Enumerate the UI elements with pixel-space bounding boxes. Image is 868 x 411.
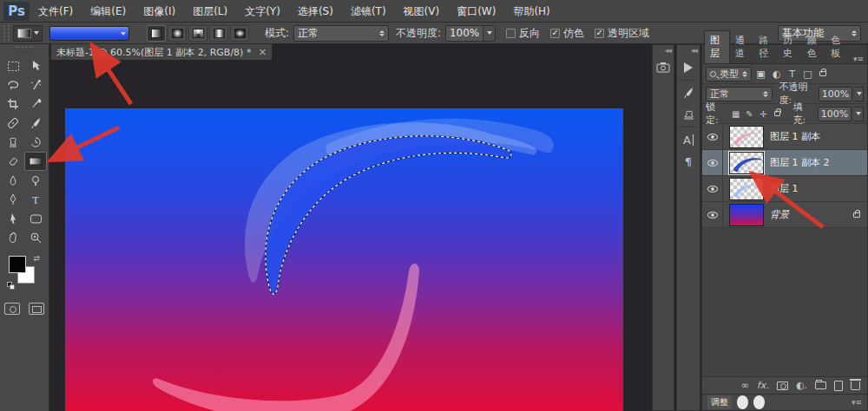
- tab-paths[interactable]: 路径: [753, 31, 778, 63]
- layer-style-icon[interactable]: fx.: [757, 381, 769, 390]
- transparency-checkbox[interactable]: ✓: [595, 29, 604, 38]
- new-layer-icon[interactable]: [834, 381, 843, 391]
- healing-brush-tool[interactable]: [2, 114, 24, 133]
- lock-position-icon[interactable]: ✛: [758, 109, 769, 119]
- add-mask-icon[interactable]: [777, 382, 788, 390]
- menu-help[interactable]: 帮助(H): [504, 0, 558, 23]
- delete-layer-icon[interactable]: [851, 382, 860, 390]
- hand-tool[interactable]: [2, 228, 24, 247]
- new-group-icon[interactable]: [815, 382, 826, 389]
- quick-mask-button[interactable]: [4, 303, 20, 315]
- layer-name[interactable]: 背景: [770, 208, 789, 221]
- tab-channels[interactable]: 通道: [730, 31, 754, 63]
- adjustment-icon[interactable]: [737, 395, 748, 409]
- menu-image[interactable]: 图像(I): [135, 0, 184, 23]
- filter-pixel-icon[interactable]: ▣: [754, 68, 767, 80]
- eraser-tool[interactable]: [2, 152, 24, 171]
- adjustment-layer-icon[interactable]: ◐.: [796, 381, 807, 390]
- blur-tool[interactable]: [2, 171, 24, 190]
- layer-opacity-dropdown[interactable]: [855, 87, 864, 101]
- adjustment-icon[interactable]: [753, 395, 765, 409]
- lock-paint-icon[interactable]: ✎: [744, 109, 755, 119]
- paragraph-panel-button[interactable]: ¶: [679, 152, 698, 171]
- visibility-toggle[interactable]: [702, 176, 723, 202]
- tab-layers[interactable]: 图层: [704, 30, 730, 63]
- layer-row-copy1[interactable]: 图层 1 副本: [702, 124, 867, 150]
- menu-layer[interactable]: 图层(L): [184, 0, 236, 23]
- menu-filter[interactable]: 滤镜(T): [342, 0, 395, 23]
- dodge-tool[interactable]: [24, 171, 47, 190]
- diamond-gradient-button[interactable]: [230, 25, 249, 42]
- actions-panel-button[interactable]: [679, 58, 698, 77]
- dither-checkbox[interactable]: ✓: [550, 29, 560, 38]
- tab-swatches[interactable]: 色板: [825, 31, 850, 63]
- quick-selection-tool[interactable]: [24, 75, 47, 95]
- tab-adjustments[interactable]: 调整: [707, 395, 732, 409]
- opacity-dropdown-button[interactable]: [483, 25, 496, 42]
- layer-row-copy2-selected[interactable]: 图层 1 副本 2: [702, 150, 867, 176]
- clone-source-panel-button[interactable]: [679, 105, 698, 124]
- expand-panel-icon[interactable]: ◂◂: [653, 45, 674, 55]
- layer-name[interactable]: 图层 1: [770, 182, 799, 195]
- panel-menu-icon[interactable]: ▾≡: [850, 55, 867, 63]
- layer-row-layer1[interactable]: 图层 1: [702, 176, 867, 202]
- layer-thumbnail[interactable]: [729, 178, 764, 200]
- panel-menu-icon[interactable]: ▾≡: [852, 398, 862, 407]
- tab-history[interactable]: 历史: [778, 31, 802, 63]
- default-colors-icon[interactable]: [7, 282, 16, 290]
- clone-stamp-tool[interactable]: [2, 133, 24, 152]
- reverse-checkbox[interactable]: [506, 29, 516, 38]
- opacity-input[interactable]: 100%: [445, 25, 483, 42]
- crop-tool[interactable]: [2, 95, 24, 114]
- swap-colors-icon[interactable]: ⇄: [33, 254, 40, 263]
- filter-smart-object-icon[interactable]: [819, 71, 826, 76]
- menu-file[interactable]: 文件(F): [30, 0, 82, 23]
- tab-color[interactable]: 颜色: [802, 31, 826, 63]
- angle-gradient-button[interactable]: [188, 25, 207, 42]
- brush-panel-button[interactable]: [679, 83, 698, 102]
- layer-thumbnail[interactable]: [729, 152, 764, 174]
- fill-input[interactable]: 100%: [818, 107, 852, 121]
- linear-gradient-button[interactable]: [147, 25, 166, 42]
- layer-row-background[interactable]: 背景: [702, 202, 867, 228]
- filter-adjustment-icon[interactable]: ◐: [770, 68, 783, 80]
- gradient-editor-swatch[interactable]: [49, 26, 129, 41]
- menu-edit[interactable]: 编辑(E): [82, 0, 135, 23]
- filter-type-icon[interactable]: T: [786, 68, 799, 80]
- marquee-tool[interactable]: [2, 56, 24, 75]
- foreground-color-swatch[interactable]: [9, 256, 26, 273]
- path-selection-tool[interactable]: [2, 209, 24, 228]
- tool-preset-picker[interactable]: [13, 25, 43, 42]
- document-tab[interactable]: 未标题-1 @ 60.5%(图层 1 副本 2, RGB/8) * ×: [50, 43, 273, 60]
- visibility-toggle[interactable]: [702, 150, 723, 176]
- filter-shape-icon[interactable]: □: [801, 68, 814, 80]
- layer-blend-mode-select[interactable]: 正常: [706, 87, 773, 101]
- character-panel-button[interactable]: A: [679, 130, 698, 149]
- menu-view[interactable]: 视图(V): [395, 0, 449, 23]
- eyedropper-tool[interactable]: [24, 95, 47, 114]
- type-tool[interactable]: T: [24, 190, 47, 209]
- lock-transparent-icon[interactable]: ▦: [730, 109, 741, 119]
- layer-opacity-input[interactable]: 100%: [819, 87, 852, 101]
- shape-tool[interactable]: [24, 209, 47, 228]
- lasso-tool[interactable]: [2, 75, 24, 95]
- layer-name[interactable]: 图层 1 副本: [770, 130, 820, 143]
- radial-gradient-button[interactable]: [168, 25, 187, 42]
- screen-mode-button[interactable]: [29, 303, 44, 315]
- visibility-toggle[interactable]: [702, 124, 723, 150]
- lock-all-icon[interactable]: [774, 111, 781, 116]
- menu-type[interactable]: 文字(Y): [236, 0, 289, 23]
- history-brush-tool[interactable]: [24, 133, 47, 152]
- menu-window[interactable]: 窗口(W): [448, 0, 504, 23]
- move-tool[interactable]: [24, 56, 47, 75]
- mini-bridge-button[interactable]: [654, 58, 673, 77]
- layer-name[interactable]: 图层 1 副本 2: [770, 156, 830, 169]
- expand-panel-icon[interactable]: ◂◂: [677, 45, 700, 55]
- filter-type-select[interactable]: 类型: [706, 67, 752, 82]
- pen-tool[interactable]: [2, 190, 24, 209]
- reflected-gradient-button[interactable]: [209, 25, 228, 42]
- brush-tool[interactable]: [24, 114, 47, 133]
- zoom-tool[interactable]: [24, 228, 47, 247]
- gradient-tool[interactable]: [24, 152, 47, 171]
- layer-thumbnail[interactable]: [729, 126, 764, 148]
